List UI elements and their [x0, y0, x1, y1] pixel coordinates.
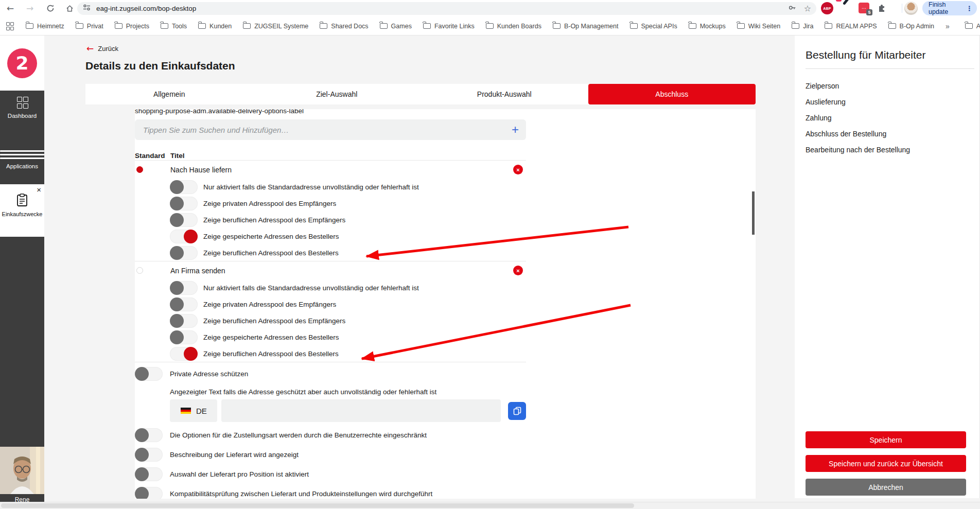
tab-abschluss[interactable]: Abschluss: [588, 84, 756, 104]
browser-menu-icon[interactable]: ⋮: [966, 5, 973, 12]
add-icon[interactable]: +: [512, 122, 519, 137]
bookmark-folder[interactable]: Shared Docs: [320, 23, 368, 30]
bookmark-folder[interactable]: Privat: [76, 23, 103, 30]
tab-produkt-auswahl[interactable]: Produkt-Auswahl: [421, 84, 588, 104]
tab-allgemein[interactable]: Allgemein: [85, 84, 253, 104]
toggle-switch[interactable]: [135, 467, 163, 481]
protected-text-label: Angezeigter Text falls die Adresse gesch…: [135, 388, 526, 396]
folder-icon: [320, 23, 327, 29]
toggle-switch[interactable]: [170, 246, 198, 260]
bookmark-folder[interactable]: Projects: [115, 23, 149, 30]
all-bookmarks-button[interactable]: All Bookmarks: [965, 23, 980, 30]
bookmark-folder[interactable]: ZUGSEIL Systeme: [243, 23, 308, 30]
notification-extension-icon[interactable]: ⋯ 5: [859, 3, 869, 13]
address-bar[interactable]: eag-int.zugseil.com/bop-desktop ☆: [77, 2, 816, 15]
apps-grid-icon[interactable]: [6, 22, 13, 30]
settings-scroll-area[interactable]: shopping-purpose-adm.available-delivery-…: [135, 109, 756, 499]
column-titel: Titel: [170, 152, 185, 160]
order-process-panel: Bestellung für Mitarbeiter Zielperson Au…: [795, 36, 980, 498]
remove-icon[interactable]: ×: [513, 165, 523, 174]
language-code: DE: [196, 407, 207, 415]
bookmarks-bar: Heimnetz Privat Projects Tools Kunden ZU…: [0, 17, 980, 36]
delivery-options-field-label: shopping-purpose-adm.available-delivery-…: [135, 109, 526, 115]
folder-icon: [380, 23, 388, 29]
protected-text-input[interactable]: [221, 399, 501, 422]
sidebar-active-app-einkaufszwecke[interactable]: × Einkaufszwecke: [0, 184, 44, 237]
process-link-zielperson[interactable]: Zielperson: [806, 78, 974, 94]
search-input[interactable]: [142, 125, 512, 135]
toggle-switch[interactable]: [170, 281, 198, 295]
toggle-switch[interactable]: [135, 367, 163, 381]
setting-toggle-row: Die Optionen für die Zustellungsart werd…: [135, 425, 526, 445]
bookmark-folder[interactable]: Mockups: [689, 23, 726, 30]
process-link-abschluss[interactable]: Abschluss der Bestellung: [806, 126, 974, 142]
protected-text-input-row: DE: [170, 399, 526, 422]
copy-button[interactable]: [508, 402, 526, 420]
delivery-option-title: An Firma senden: [170, 267, 225, 275]
extension-count-badge: 5: [866, 9, 872, 15]
folder-icon: [423, 23, 431, 29]
setting-toggle-row: Beschreibung der Lieferart wird angezeig…: [135, 445, 526, 464]
site-controls-icon[interactable]: [82, 3, 91, 14]
language-selector[interactable]: DE: [170, 399, 217, 422]
save-and-back-button[interactable]: Speichern und zurück zur Übersicht: [806, 455, 966, 472]
bookmark-folder[interactable]: Kunden Boards: [486, 23, 541, 30]
url-text[interactable]: eag-int.zugseil.com/bop-desktop: [96, 5, 787, 12]
horizontal-scrollbar-thumb[interactable]: [1, 503, 634, 508]
bookmarks-overflow-chevron[interactable]: »: [946, 22, 950, 30]
toggle-switch[interactable]: [170, 213, 198, 227]
bookmark-folder[interactable]: B-Op Management: [553, 23, 619, 30]
toggle-switch[interactable]: [170, 347, 198, 361]
back-link[interactable]: ← Zurück: [86, 43, 118, 54]
delivery-option-row: An Firma senden ×: [135, 261, 526, 279]
vertical-scrollbar-thumb[interactable]: [752, 191, 755, 235]
password-key-icon[interactable]: [787, 3, 797, 14]
toggle-switch[interactable]: [135, 428, 163, 442]
user-avatar[interactable]: [0, 447, 44, 494]
process-link-bearbeitung[interactable]: Bearbeitung nach der Bestellung: [806, 142, 974, 157]
close-icon[interactable]: ×: [37, 185, 41, 194]
bookmark-folder[interactable]: Special APIs: [630, 23, 677, 30]
remove-icon[interactable]: ×: [513, 266, 523, 275]
bookmark-star-icon[interactable]: ☆: [804, 4, 811, 13]
folder-icon: [26, 23, 33, 29]
home-icon[interactable]: [62, 1, 77, 15]
folder-icon: [630, 23, 638, 29]
standard-radio[interactable]: [136, 166, 143, 173]
standard-radio[interactable]: [136, 267, 143, 274]
reload-icon[interactable]: [43, 1, 58, 15]
sidebar-item-dashboard[interactable]: Dashboard: [0, 97, 44, 119]
toggle-switch[interactable]: [170, 314, 198, 328]
bookmark-folder[interactable]: Heimnetz: [26, 23, 64, 30]
horizontal-scrollbar[interactable]: [0, 502, 980, 509]
toggle-switch[interactable]: [170, 230, 198, 243]
process-link-zahlung[interactable]: Zahlung: [806, 110, 974, 126]
toggle-switch[interactable]: [170, 197, 198, 210]
cancel-button[interactable]: Abbrechen: [806, 479, 966, 496]
browser-profile-avatar[interactable]: [904, 2, 918, 15]
toggle-switch[interactable]: [170, 180, 198, 194]
adblock-extension-icon[interactable]: ABP: [821, 2, 833, 14]
bookmark-folder[interactable]: Kunden: [198, 23, 232, 30]
bookmark-folder[interactable]: Wiki Seiten: [737, 23, 781, 30]
bookmark-folder[interactable]: REALM APPS: [825, 23, 877, 30]
bookmark-folder[interactable]: Favorite Links: [423, 23, 475, 30]
bookmark-folder[interactable]: Games: [380, 23, 412, 30]
save-button[interactable]: Speichern: [806, 431, 966, 448]
toggle-switch[interactable]: [135, 487, 163, 499]
bookmark-folder[interactable]: Jira: [792, 23, 813, 30]
back-icon[interactable]: ←: [3, 1, 18, 15]
sidebar-item-applications[interactable]: Applications: [0, 148, 44, 169]
toggle-switch[interactable]: [170, 297, 198, 311]
toggle-switch[interactable]: [135, 448, 163, 462]
process-link-auslieferung[interactable]: Auslieferung: [806, 94, 974, 110]
dashboard-icon: [0, 97, 44, 109]
tab-ziel-auswahl[interactable]: Ziel-Auswahl: [253, 84, 421, 104]
extensions-puzzle-icon[interactable]: [877, 3, 887, 15]
bookmark-folder[interactable]: Tools: [161, 23, 187, 30]
folder-icon: [115, 23, 122, 29]
toggle-switch[interactable]: [170, 330, 198, 344]
bookmark-folder[interactable]: B-Op Admin: [888, 23, 934, 30]
app-logo-card[interactable]: 2: [0, 36, 44, 91]
finish-update-button[interactable]: Finish update ⋮: [922, 1, 977, 15]
